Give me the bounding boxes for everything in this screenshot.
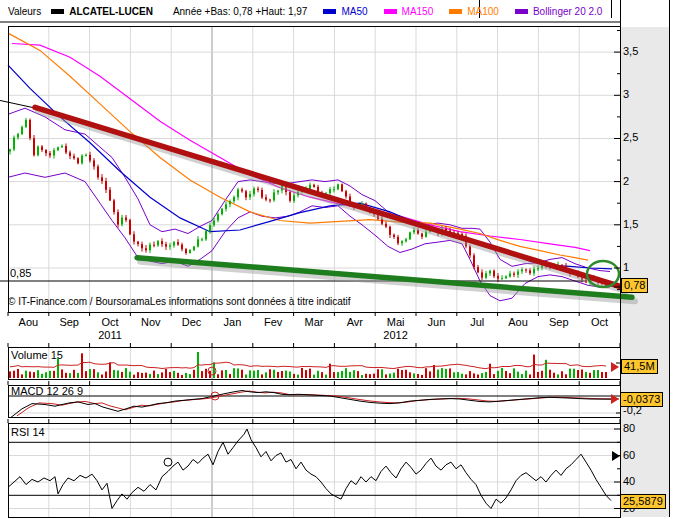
macd-badge: -0,0373 [620, 392, 663, 407]
rsi-tick-80: 80 [623, 423, 635, 434]
legend-label: MA50 [341, 6, 367, 17]
legend-item-ma50: MA50 [323, 6, 367, 17]
legend-item-bollinger-20-2-0: Bollinger 20 2.0 [515, 6, 603, 17]
price-tick-3: 3 [623, 89, 629, 100]
legend-label: MA150 [402, 6, 434, 17]
stock-chart-window: Valeurs ALCATEL-LUCEN Année +Bas: 0,78 +… [0, 0, 675, 519]
chart-legend-bar: Valeurs ALCATEL-LUCEN Année +Bas: 0,78 +… [0, 0, 620, 22]
volume-badge: 41,5M [621, 359, 658, 374]
rsi-chart-area[interactable] [8, 423, 620, 517]
symbol-swatch-icon [51, 9, 64, 14]
price-tick-1,5: 1,5 [623, 219, 638, 230]
year-label-2011: 2011 [80, 330, 140, 341]
price-tick-3,5: 3,5 [623, 46, 638, 57]
legend-item-ma100: MA100 [449, 6, 499, 17]
legend-item-ma150: MA150 [384, 6, 434, 17]
legend-swatch-icon [449, 9, 462, 14]
last-price-badge: 0,78 [621, 278, 648, 293]
price-tick-2: 2 [623, 176, 629, 187]
rsi-tick-60: 60 [623, 450, 635, 461]
price-tick-1: 1 [623, 262, 629, 273]
month-label-14: Oct [570, 317, 630, 328]
rsi-tick-40: 40 [623, 476, 635, 487]
rsi-badge: 25,5879 [620, 494, 666, 509]
legend-label: Bollinger 20 2.0 [533, 6, 603, 17]
legend-swatch-icon [384, 9, 397, 14]
values-label: Valeurs [8, 6, 41, 17]
legend-swatch-icon [323, 9, 336, 14]
symbol-name: ALCATEL-LUCEN [69, 6, 153, 17]
indicator-legend: MA50MA150MA100Bollinger 20 2.0 [307, 6, 602, 17]
year-range-label: Année +Bas: 0,78 +Haut: 1,97 [173, 6, 308, 17]
volume-chart-area[interactable] [8, 347, 620, 379]
price-tick-2,5: 2,5 [623, 132, 638, 143]
legend-label: MA100 [467, 6, 499, 17]
year-label-2012: 2012 [366, 330, 426, 341]
price-chart-area[interactable] [8, 26, 620, 312]
macd-chart-area[interactable] [8, 385, 620, 417]
legend-swatch-icon [515, 9, 528, 14]
